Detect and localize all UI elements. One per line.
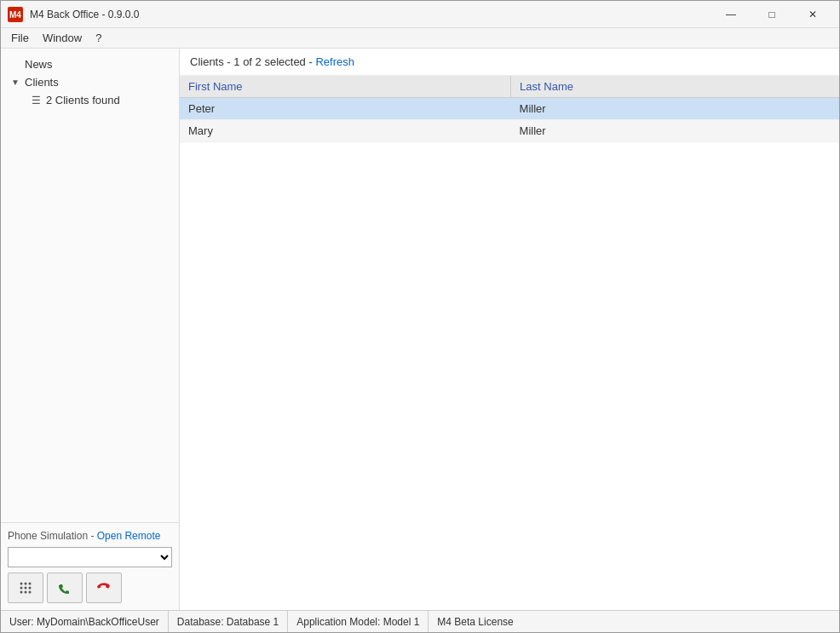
phone-panel: Phone Simulation - Open Remote xyxy=(1,522,179,610)
svg-point-4 xyxy=(29,583,32,585)
sidebar: News ▼ Clients ☰ 2 Clients found Phone S… xyxy=(1,49,180,610)
header-separator: - xyxy=(306,55,316,68)
table-scroll-wrapper[interactable]: First Name Last Name Peter Miller Mary M… xyxy=(180,76,839,610)
col-first-name[interactable]: First Name xyxy=(180,76,511,98)
hangup-button[interactable] xyxy=(86,573,122,603)
status-user: User: MyDomain\BackOfficeUser xyxy=(1,611,169,632)
svg-point-10 xyxy=(29,591,32,594)
cell-first-name: Mary xyxy=(180,120,511,142)
news-label: News xyxy=(25,58,53,71)
keypad-button[interactable] xyxy=(8,573,43,603)
svg-point-7 xyxy=(29,587,32,590)
open-remote-link[interactable]: Open Remote xyxy=(97,530,161,542)
menu-window[interactable]: Window xyxy=(36,30,89,46)
svg-point-8 xyxy=(20,591,23,594)
table-container: First Name Last Name Peter Miller Mary M… xyxy=(180,76,839,610)
clients-expand-icon: ▼ xyxy=(11,78,21,87)
phone-panel-title: Phone Simulation - Open Remote xyxy=(8,530,172,542)
header-prefix: Clients - xyxy=(190,55,233,68)
main-layout: News ▼ Clients ☰ 2 Clients found Phone S… xyxy=(1,49,839,610)
clients-found-icon: ☰ xyxy=(32,95,41,106)
clients-table: First Name Last Name Peter Miller Mary M… xyxy=(180,76,839,142)
cell-first-name: Peter xyxy=(180,98,511,120)
menu-file[interactable]: File xyxy=(4,30,36,46)
content-header: Clients - 1 of 2 selected - Refresh xyxy=(180,49,839,76)
app-icon: M4 xyxy=(8,7,23,22)
status-bar: User: MyDomain\BackOfficeUser Database: … xyxy=(1,610,839,632)
col-last-name[interactable]: Last Name xyxy=(511,76,839,98)
status-license-text: M4 Beta License xyxy=(437,616,513,628)
minimize-button[interactable]: — xyxy=(711,1,751,28)
maximize-button[interactable]: □ xyxy=(752,1,791,28)
status-database-text: Database: Database 1 xyxy=(177,616,279,628)
close-button[interactable]: ✕ xyxy=(793,1,832,28)
phone-dropdown[interactable] xyxy=(8,547,172,567)
status-license: M4 Beta License xyxy=(429,611,521,632)
clients-label: Clients xyxy=(25,76,59,89)
refresh-link[interactable]: Refresh xyxy=(315,55,354,68)
sidebar-item-clients[interactable]: ▼ Clients xyxy=(4,73,175,91)
cell-last-name: Miller xyxy=(511,120,839,142)
header-selection: 1 of 2 selected xyxy=(233,55,306,68)
menu-help[interactable]: ? xyxy=(89,30,108,46)
sidebar-item-clients-found[interactable]: ☰ 2 Clients found xyxy=(4,91,175,109)
content-area: Clients - 1 of 2 selected - Refresh Firs… xyxy=(180,49,839,610)
sidebar-item-news[interactable]: News xyxy=(4,55,175,73)
table-row[interactable]: Peter Miller xyxy=(180,98,839,120)
window-controls: — □ ✕ xyxy=(711,1,832,28)
svg-point-2 xyxy=(20,583,23,585)
svg-point-3 xyxy=(25,583,27,585)
phone-panel-text: Phone Simulation - xyxy=(8,530,97,542)
answer-button[interactable] xyxy=(47,573,83,603)
keypad-icon xyxy=(18,580,33,596)
cell-last-name: Miller xyxy=(511,98,839,120)
svg-point-9 xyxy=(25,591,27,594)
app-title: M4 Back Office - 0.9.0.0 xyxy=(30,9,140,20)
answer-icon xyxy=(57,580,72,596)
title-bar: M4 M4 Back Office - 0.9.0.0 — □ ✕ xyxy=(1,1,839,28)
svg-point-6 xyxy=(25,587,27,590)
table-row[interactable]: Mary Miller xyxy=(180,120,839,142)
clients-found-label: 2 Clients found xyxy=(46,94,120,106)
svg-text:M4: M4 xyxy=(9,10,21,20)
hangup-icon xyxy=(93,577,114,598)
status-user-text: User: MyDomain\BackOfficeUser xyxy=(9,616,159,628)
phone-buttons xyxy=(8,573,172,603)
status-model-text: Application Model: Model 1 xyxy=(296,616,419,628)
sidebar-content: News ▼ Clients ☰ 2 Clients found xyxy=(1,49,179,522)
menu-bar: File Window ? xyxy=(1,28,839,49)
svg-point-5 xyxy=(20,587,23,590)
table-header-row: First Name Last Name xyxy=(180,76,839,98)
status-model: Application Model: Model 1 xyxy=(288,611,429,632)
status-database: Database: Database 1 xyxy=(169,611,288,632)
